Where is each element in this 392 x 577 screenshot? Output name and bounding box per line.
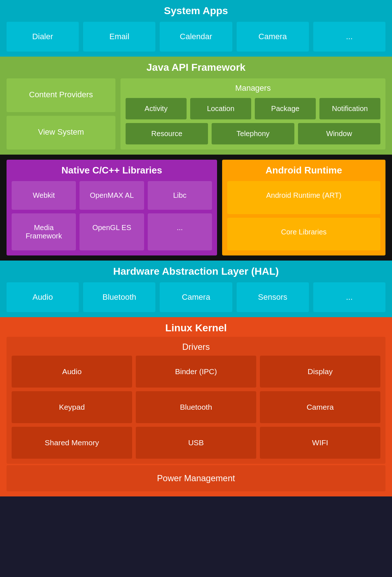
android-runtime-title: Android Runtime [227, 165, 380, 176]
driver-usb: USB [136, 427, 256, 459]
native-webkit: Webkit [12, 181, 76, 210]
native-opengl: OpenGL ES [79, 213, 144, 250]
drivers-title: Drivers [12, 342, 380, 352]
manager-telephony: Telephony [212, 123, 294, 144]
java-api-right: Managers Activity Location Package Notif… [121, 78, 385, 150]
hal-bluetooth: Bluetooth [83, 282, 155, 312]
power-management-bar: Power Management [7, 465, 385, 491]
linux-kernel-title: Linux Kernel [7, 322, 385, 334]
manager-window: Window [298, 123, 380, 144]
native-grid: Webkit OpenMAX AL Libc Media Framework O… [12, 181, 212, 250]
app-calendar: Calendar [160, 22, 232, 52]
app-dialer: Dialer [7, 22, 79, 52]
java-api-title: Java API Framework [7, 62, 385, 73]
system-apps-grid: Dialer Email Calendar Camera ... [7, 22, 385, 52]
native-runtime-wrapper: Native C/C++ Libraries Webkit OpenMAX AL… [0, 155, 392, 261]
android-runtime-art: Android Runtime (ART) [227, 181, 380, 214]
manager-notification: Notification [319, 98, 380, 119]
system-apps-layer: System Apps Dialer Email Calendar Camera… [0, 0, 392, 57]
android-runtime-layer: Android Runtime Android Runtime (ART) Co… [222, 160, 385, 255]
manager-resource: Resource [126, 123, 208, 144]
driver-camera: Camera [260, 391, 380, 423]
native-cpp-layer: Native C/C++ Libraries Webkit OpenMAX AL… [7, 160, 217, 255]
managers-row1: Activity Location Package Notification [126, 98, 380, 119]
hal-more: ... [313, 282, 385, 312]
app-camera: Camera [237, 22, 309, 52]
native-openmax: OpenMAX AL [79, 181, 144, 210]
hal-sensors: Sensors [237, 282, 309, 312]
manager-package: Package [255, 98, 316, 119]
driver-audio: Audio [12, 356, 132, 388]
java-api-layer: Java API Framework Content Providers Vie… [0, 57, 392, 155]
view-system-box: View System [7, 116, 115, 150]
manager-location: Location [190, 98, 251, 119]
hal-title: Hardware Abstraction Layer (HAL) [7, 266, 385, 277]
native-more: ... [148, 213, 212, 250]
drivers-section: Drivers Audio Binder (IPC) Display Keypa… [7, 337, 385, 464]
native-cpp-title: Native C/C++ Libraries [12, 165, 212, 176]
driver-bluetooth: Bluetooth [136, 391, 256, 423]
driver-shared-memory: Shared Memory [12, 427, 132, 459]
hal-layer: Hardware Abstraction Layer (HAL) Audio B… [0, 261, 392, 317]
content-providers-box: Content Providers [7, 78, 115, 112]
system-apps-title: System Apps [7, 5, 385, 17]
managers-row2: Resource Telephony Window [126, 123, 380, 144]
manager-activity: Activity [126, 98, 187, 119]
app-email: Email [83, 22, 155, 52]
native-libc: Libc [148, 181, 212, 210]
hal-grid: Audio Bluetooth Camera Sensors ... [7, 282, 385, 312]
java-api-content: Content Providers View System Managers A… [7, 78, 385, 150]
linux-kernel-layer: Linux Kernel Drivers Audio Binder (IPC) … [0, 317, 392, 496]
native-media-framework: Media Framework [12, 213, 76, 250]
hal-audio: Audio [7, 282, 79, 312]
android-runtime-core-libs: Core Libraries [227, 218, 380, 251]
driver-binder: Binder (IPC) [136, 356, 256, 388]
hal-camera: Camera [160, 282, 232, 312]
app-more: ... [313, 22, 385, 52]
driver-wifi: WIFI [260, 427, 380, 459]
managers-title: Managers [126, 83, 380, 93]
java-api-left: Content Providers View System [7, 78, 115, 150]
driver-keypad: Keypad [12, 391, 132, 423]
driver-display: Display [260, 356, 380, 388]
drivers-grid: Audio Binder (IPC) Display Keypad Blueto… [12, 356, 380, 459]
